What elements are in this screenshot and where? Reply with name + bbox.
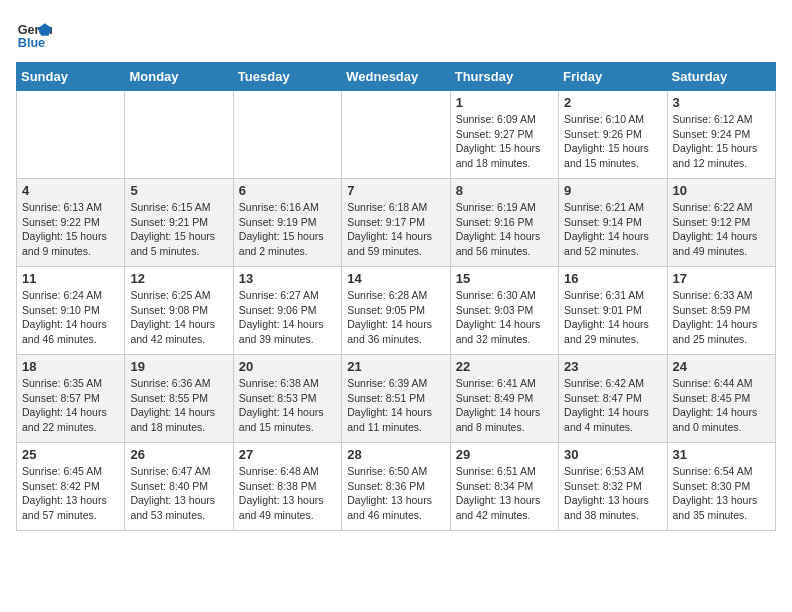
day-detail: Sunrise: 6:18 AM Sunset: 9:17 PM Dayligh…	[347, 200, 444, 259]
day-detail: Sunrise: 6:39 AM Sunset: 8:51 PM Dayligh…	[347, 376, 444, 435]
day-detail: Sunrise: 6:38 AM Sunset: 8:53 PM Dayligh…	[239, 376, 336, 435]
calendar-cell: 30Sunrise: 6:53 AM Sunset: 8:32 PM Dayli…	[559, 443, 667, 531]
day-detail: Sunrise: 6:22 AM Sunset: 9:12 PM Dayligh…	[673, 200, 770, 259]
day-header-sunday: Sunday	[17, 63, 125, 91]
calendar-cell: 15Sunrise: 6:30 AM Sunset: 9:03 PM Dayli…	[450, 267, 558, 355]
calendar-cell: 5Sunrise: 6:15 AM Sunset: 9:21 PM Daylig…	[125, 179, 233, 267]
day-detail: Sunrise: 6:27 AM Sunset: 9:06 PM Dayligh…	[239, 288, 336, 347]
calendar-cell: 31Sunrise: 6:54 AM Sunset: 8:30 PM Dayli…	[667, 443, 775, 531]
calendar-header-row: SundayMondayTuesdayWednesdayThursdayFrid…	[17, 63, 776, 91]
calendar-cell: 16Sunrise: 6:31 AM Sunset: 9:01 PM Dayli…	[559, 267, 667, 355]
day-number: 25	[22, 447, 119, 462]
day-number: 4	[22, 183, 119, 198]
calendar-cell: 23Sunrise: 6:42 AM Sunset: 8:47 PM Dayli…	[559, 355, 667, 443]
day-detail: Sunrise: 6:10 AM Sunset: 9:26 PM Dayligh…	[564, 112, 661, 171]
calendar-week-row: 11Sunrise: 6:24 AM Sunset: 9:10 PM Dayli…	[17, 267, 776, 355]
calendar-cell: 9Sunrise: 6:21 AM Sunset: 9:14 PM Daylig…	[559, 179, 667, 267]
day-detail: Sunrise: 6:35 AM Sunset: 8:57 PM Dayligh…	[22, 376, 119, 435]
day-detail: Sunrise: 6:19 AM Sunset: 9:16 PM Dayligh…	[456, 200, 553, 259]
day-detail: Sunrise: 6:30 AM Sunset: 9:03 PM Dayligh…	[456, 288, 553, 347]
day-number: 20	[239, 359, 336, 374]
day-number: 26	[130, 447, 227, 462]
day-detail: Sunrise: 6:42 AM Sunset: 8:47 PM Dayligh…	[564, 376, 661, 435]
calendar-cell	[125, 91, 233, 179]
calendar-cell: 7Sunrise: 6:18 AM Sunset: 9:17 PM Daylig…	[342, 179, 450, 267]
calendar-cell: 10Sunrise: 6:22 AM Sunset: 9:12 PM Dayli…	[667, 179, 775, 267]
logo: General Blue	[16, 16, 56, 52]
day-number: 28	[347, 447, 444, 462]
day-number: 30	[564, 447, 661, 462]
calendar-cell: 8Sunrise: 6:19 AM Sunset: 9:16 PM Daylig…	[450, 179, 558, 267]
day-detail: Sunrise: 6:13 AM Sunset: 9:22 PM Dayligh…	[22, 200, 119, 259]
calendar-cell: 12Sunrise: 6:25 AM Sunset: 9:08 PM Dayli…	[125, 267, 233, 355]
day-number: 21	[347, 359, 444, 374]
calendar-cell	[17, 91, 125, 179]
calendar-cell: 29Sunrise: 6:51 AM Sunset: 8:34 PM Dayli…	[450, 443, 558, 531]
calendar-cell: 26Sunrise: 6:47 AM Sunset: 8:40 PM Dayli…	[125, 443, 233, 531]
day-detail: Sunrise: 6:41 AM Sunset: 8:49 PM Dayligh…	[456, 376, 553, 435]
day-number: 24	[673, 359, 770, 374]
day-detail: Sunrise: 6:47 AM Sunset: 8:40 PM Dayligh…	[130, 464, 227, 523]
calendar-week-row: 18Sunrise: 6:35 AM Sunset: 8:57 PM Dayli…	[17, 355, 776, 443]
day-number: 14	[347, 271, 444, 286]
day-number: 27	[239, 447, 336, 462]
day-number: 18	[22, 359, 119, 374]
day-number: 5	[130, 183, 227, 198]
day-number: 7	[347, 183, 444, 198]
day-detail: Sunrise: 6:16 AM Sunset: 9:19 PM Dayligh…	[239, 200, 336, 259]
day-detail: Sunrise: 6:54 AM Sunset: 8:30 PM Dayligh…	[673, 464, 770, 523]
day-detail: Sunrise: 6:51 AM Sunset: 8:34 PM Dayligh…	[456, 464, 553, 523]
calendar-cell: 22Sunrise: 6:41 AM Sunset: 8:49 PM Dayli…	[450, 355, 558, 443]
day-detail: Sunrise: 6:31 AM Sunset: 9:01 PM Dayligh…	[564, 288, 661, 347]
calendar-cell: 21Sunrise: 6:39 AM Sunset: 8:51 PM Dayli…	[342, 355, 450, 443]
calendar-cell: 25Sunrise: 6:45 AM Sunset: 8:42 PM Dayli…	[17, 443, 125, 531]
day-number: 31	[673, 447, 770, 462]
day-number: 12	[130, 271, 227, 286]
day-number: 8	[456, 183, 553, 198]
calendar-cell: 27Sunrise: 6:48 AM Sunset: 8:38 PM Dayli…	[233, 443, 341, 531]
day-detail: Sunrise: 6:33 AM Sunset: 8:59 PM Dayligh…	[673, 288, 770, 347]
day-header-monday: Monday	[125, 63, 233, 91]
day-number: 10	[673, 183, 770, 198]
calendar-table: SundayMondayTuesdayWednesdayThursdayFrid…	[16, 62, 776, 531]
day-number: 6	[239, 183, 336, 198]
calendar-cell: 17Sunrise: 6:33 AM Sunset: 8:59 PM Dayli…	[667, 267, 775, 355]
day-detail: Sunrise: 6:28 AM Sunset: 9:05 PM Dayligh…	[347, 288, 444, 347]
day-number: 11	[22, 271, 119, 286]
day-number: 15	[456, 271, 553, 286]
day-detail: Sunrise: 6:48 AM Sunset: 8:38 PM Dayligh…	[239, 464, 336, 523]
calendar-cell: 28Sunrise: 6:50 AM Sunset: 8:36 PM Dayli…	[342, 443, 450, 531]
day-detail: Sunrise: 6:53 AM Sunset: 8:32 PM Dayligh…	[564, 464, 661, 523]
day-number: 19	[130, 359, 227, 374]
day-number: 23	[564, 359, 661, 374]
calendar-cell: 24Sunrise: 6:44 AM Sunset: 8:45 PM Dayli…	[667, 355, 775, 443]
calendar-cell: 3Sunrise: 6:12 AM Sunset: 9:24 PM Daylig…	[667, 91, 775, 179]
calendar-cell: 1Sunrise: 6:09 AM Sunset: 9:27 PM Daylig…	[450, 91, 558, 179]
logo-icon: General Blue	[16, 16, 52, 52]
day-detail: Sunrise: 6:50 AM Sunset: 8:36 PM Dayligh…	[347, 464, 444, 523]
day-detail: Sunrise: 6:44 AM Sunset: 8:45 PM Dayligh…	[673, 376, 770, 435]
calendar-week-row: 1Sunrise: 6:09 AM Sunset: 9:27 PM Daylig…	[17, 91, 776, 179]
calendar-cell: 2Sunrise: 6:10 AM Sunset: 9:26 PM Daylig…	[559, 91, 667, 179]
calendar-week-row: 25Sunrise: 6:45 AM Sunset: 8:42 PM Dayli…	[17, 443, 776, 531]
calendar-cell: 13Sunrise: 6:27 AM Sunset: 9:06 PM Dayli…	[233, 267, 341, 355]
calendar-cell	[342, 91, 450, 179]
day-number: 13	[239, 271, 336, 286]
day-number: 2	[564, 95, 661, 110]
day-number: 29	[456, 447, 553, 462]
day-detail: Sunrise: 6:25 AM Sunset: 9:08 PM Dayligh…	[130, 288, 227, 347]
calendar-cell: 18Sunrise: 6:35 AM Sunset: 8:57 PM Dayli…	[17, 355, 125, 443]
day-detail: Sunrise: 6:21 AM Sunset: 9:14 PM Dayligh…	[564, 200, 661, 259]
day-header-saturday: Saturday	[667, 63, 775, 91]
calendar-week-row: 4Sunrise: 6:13 AM Sunset: 9:22 PM Daylig…	[17, 179, 776, 267]
day-header-tuesday: Tuesday	[233, 63, 341, 91]
day-number: 3	[673, 95, 770, 110]
day-detail: Sunrise: 6:24 AM Sunset: 9:10 PM Dayligh…	[22, 288, 119, 347]
day-header-thursday: Thursday	[450, 63, 558, 91]
calendar-cell: 4Sunrise: 6:13 AM Sunset: 9:22 PM Daylig…	[17, 179, 125, 267]
day-header-wednesday: Wednesday	[342, 63, 450, 91]
day-detail: Sunrise: 6:15 AM Sunset: 9:21 PM Dayligh…	[130, 200, 227, 259]
day-detail: Sunrise: 6:12 AM Sunset: 9:24 PM Dayligh…	[673, 112, 770, 171]
day-header-friday: Friday	[559, 63, 667, 91]
header: General Blue	[16, 16, 776, 52]
